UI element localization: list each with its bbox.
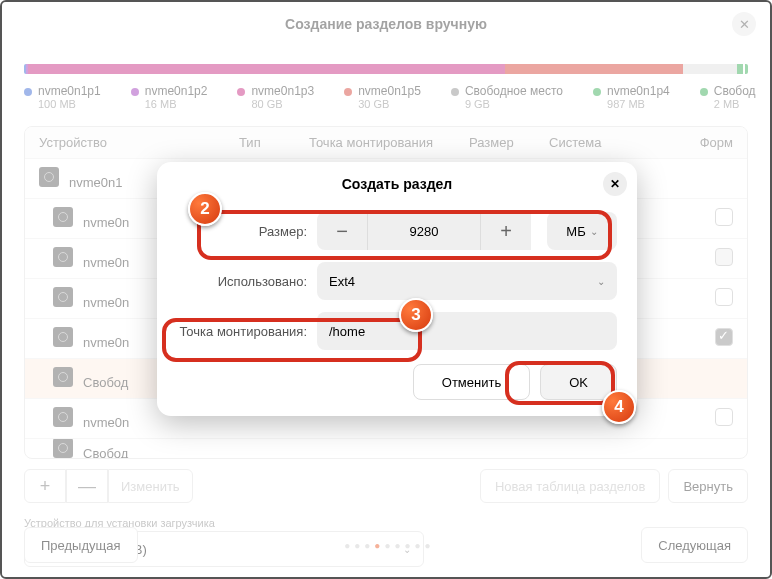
size-label: Размер:: [177, 224, 307, 239]
filesystem-select[interactable]: Ext4⌄: [317, 262, 617, 300]
chevron-down-icon: ⌄: [590, 226, 598, 237]
dialog-title: Создать раздел: [342, 176, 453, 192]
unit-select[interactable]: МБ⌄: [547, 212, 617, 250]
chevron-down-icon: ⌄: [597, 276, 605, 287]
ok-button[interactable]: OK: [540, 364, 617, 400]
plus-button[interactable]: +: [481, 212, 531, 250]
size-value[interactable]: 9280: [367, 212, 481, 250]
minus-button[interactable]: −: [317, 212, 367, 250]
size-stepper[interactable]: − 9280 +: [317, 212, 531, 250]
create-partition-dialog: Создать раздел ✕ Размер: − 9280 + МБ⌄ Ис…: [157, 162, 637, 416]
close-icon[interactable]: ✕: [603, 172, 627, 196]
cancel-button[interactable]: Отменить: [413, 364, 530, 400]
mount-point-input[interactable]: /home: [317, 312, 617, 350]
mount-label: Точка монтирования:: [177, 324, 307, 339]
used-label: Использовано:: [177, 274, 307, 289]
